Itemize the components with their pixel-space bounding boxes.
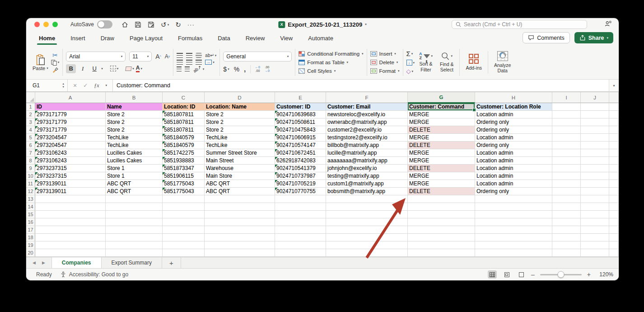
cell-B15[interactable] [106, 211, 163, 218]
name-box[interactable]: G1 ▲▼ [26, 80, 68, 91]
cell-I5[interactable] [552, 134, 581, 142]
row-header-7[interactable]: 7 [26, 149, 35, 157]
cell-A1[interactable]: ID [35, 103, 106, 111]
cell-G3[interactable]: MERGE [408, 118, 475, 126]
cell-G4[interactable]: DELETE [408, 126, 475, 134]
row-header-9[interactable]: 9 [26, 165, 35, 172]
analyze-data-button[interactable]: Analyze Data [494, 51, 511, 73]
cell-H4[interactable]: Ordering only [475, 126, 552, 134]
row-header-16[interactable]: 16 [26, 218, 35, 226]
cell-G10[interactable]: MERGE [408, 172, 475, 180]
ribbon-tab-insert[interactable]: Insert [70, 32, 86, 44]
cell-F5[interactable]: testingstore2@excelify.io [326, 134, 408, 142]
cell-I19[interactable] [552, 241, 581, 249]
ribbon-tab-view[interactable]: View [279, 32, 294, 44]
title-chevron-icon[interactable]: ▾ [365, 23, 367, 26]
cell-H2[interactable]: Location admin [475, 111, 552, 118]
cell-D13[interactable] [205, 195, 275, 203]
cell-D12[interactable]: ABC QRT [205, 188, 275, 195]
formula-bar-expand-button[interactable]: ▾ [609, 80, 619, 91]
cell-H17[interactable] [475, 226, 552, 234]
cell-C10[interactable]: 5851906115 [163, 172, 205, 180]
cell-F4[interactable]: customer2@excelify.io [326, 126, 408, 134]
decrease-font-size-button[interactable]: Av [165, 54, 170, 59]
enter-icon[interactable]: ✓ [83, 82, 88, 89]
cell-D4[interactable]: Store 2 [205, 126, 275, 134]
cell-J14[interactable] [581, 203, 609, 211]
cell-G18[interactable] [408, 234, 475, 241]
cell-C19[interactable] [163, 241, 205, 249]
cell-E4[interactable]: 9024710475843 [275, 126, 326, 134]
cell-H1[interactable]: Customer: Location Role [475, 103, 552, 111]
align-right-icon[interactable] [196, 60, 202, 65]
cell-H7[interactable]: Location admin [475, 149, 552, 157]
zoom-in-button[interactable]: + [587, 271, 591, 278]
row-header-12[interactable]: 12 [26, 188, 35, 195]
cell-B10[interactable]: Store 1 [106, 172, 163, 180]
row-header-15[interactable]: 15 [26, 211, 35, 218]
cell-G12[interactable]: DELETE [408, 188, 475, 195]
cell-H5[interactable]: Location admin [475, 134, 552, 142]
ribbon-tab-draw[interactable]: Draw [100, 32, 115, 44]
zoom-slider-thumb[interactable] [557, 271, 564, 278]
cell-J9[interactable] [581, 165, 609, 172]
cell-I10[interactable] [552, 172, 581, 180]
cell-B13[interactable] [106, 195, 163, 203]
share-button[interactable]: Share ▾ [574, 32, 613, 43]
cell-A14[interactable] [35, 203, 106, 211]
cell-A9[interactable]: 2973237315 [35, 165, 106, 172]
cell-C17[interactable] [163, 226, 205, 234]
cell-J13[interactable] [581, 195, 609, 203]
cell-styles-button[interactable]: Cell Styles ▾ [299, 68, 363, 74]
row-header-11[interactable]: 11 [26, 180, 35, 188]
cell-E3[interactable]: 9024710508611 [275, 118, 326, 126]
cell-F2[interactable]: newstoreloc@excelify.io [326, 111, 408, 118]
cell-J18[interactable] [581, 234, 609, 241]
cell-J20[interactable] [581, 249, 609, 257]
format-cells-button[interactable]: Format ▾ [370, 68, 400, 74]
cell-C16[interactable] [163, 218, 205, 226]
bold-button[interactable]: B [66, 64, 76, 73]
row-header-1[interactable]: 1 [26, 103, 35, 111]
fx-chevron-icon[interactable]: ▾ [106, 84, 107, 87]
comma-style-icon[interactable]: , [244, 66, 246, 73]
cell-G11[interactable]: MERGE [408, 180, 475, 188]
cell-I12[interactable] [552, 188, 581, 195]
cell-A19[interactable] [35, 241, 106, 249]
row-header-19[interactable]: 19 [26, 241, 35, 249]
cell-J4[interactable] [581, 126, 609, 134]
row-header-8[interactable]: 8 [26, 157, 35, 165]
ribbon-tab-review[interactable]: Review [245, 32, 266, 44]
sheet-tab-companies[interactable]: Companies [51, 257, 102, 268]
conditional-formatting-button[interactable]: Conditional Formatting ▾ [299, 51, 363, 57]
autosum-button[interactable]: Σ▾ [406, 50, 415, 57]
row-header-14[interactable]: 14 [26, 203, 35, 211]
cell-J11[interactable] [581, 180, 609, 188]
cell-J2[interactable] [581, 111, 609, 118]
cell-D18[interactable] [205, 234, 275, 241]
column-header-E[interactable]: E [275, 92, 326, 103]
formula-input[interactable]: Customer: Command [113, 80, 609, 91]
redo-button[interactable]: ↻ [175, 21, 181, 28]
close-window-button[interactable] [34, 22, 40, 27]
cell-F3[interactable]: ownerabc@matrixify.app [326, 118, 408, 126]
cell-C15[interactable] [163, 211, 205, 218]
cell-C7[interactable]: 5851742275 [163, 149, 205, 157]
cell-A20[interactable] [35, 249, 106, 257]
cell-C3[interactable]: 5851807811 [163, 118, 205, 126]
delete-cells-button[interactable]: Delete ▾ [370, 60, 400, 65]
undo-button[interactable]: ↺ ▾ [161, 21, 169, 28]
cell-F11[interactable]: custom1@matrixify.app [326, 180, 408, 188]
cell-E15[interactable] [275, 211, 326, 218]
search-input[interactable]: Search (Cmd + Ctrl + U) [452, 20, 587, 29]
row-header-4[interactable]: 4 [26, 126, 35, 134]
cell-D14[interactable] [205, 203, 275, 211]
cell-I13[interactable] [552, 195, 581, 203]
cell-B4[interactable]: Store 2 [106, 126, 163, 134]
cell-E8[interactable]: 6262918742083 [275, 157, 326, 165]
cell-I17[interactable] [552, 226, 581, 234]
cell-I7[interactable] [552, 149, 581, 157]
cell-E10[interactable]: 9024710737987 [275, 172, 326, 180]
cell-I6[interactable] [552, 142, 581, 149]
cell-A8[interactable]: 2973106243 [35, 157, 106, 165]
